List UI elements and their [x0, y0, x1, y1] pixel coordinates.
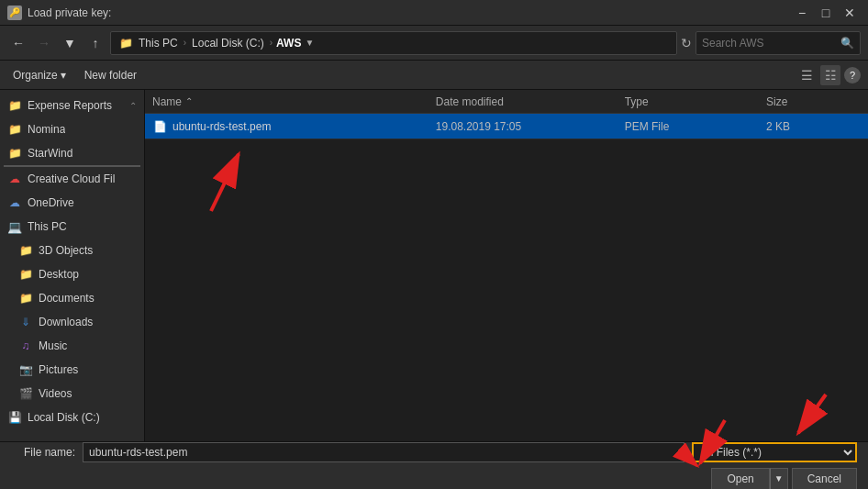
- sidebar-item-music[interactable]: ♫ Music: [0, 334, 144, 358]
- sidebar-label: Local Disk (C:): [28, 411, 100, 424]
- folder-icon: 📁: [7, 122, 22, 137]
- column-size[interactable]: Size: [766, 95, 861, 108]
- main-area: 📁 Expense Reports ⌃ 📁 Nomina 📁 StarWind …: [0, 90, 868, 441]
- search-box: 🔍: [696, 31, 861, 55]
- sidebar-label: This PC: [28, 220, 67, 233]
- file-name-cell: 📄 ubuntu-rds-test.pem: [152, 119, 436, 134]
- sidebar-item-videos[interactable]: 🎬 Videos: [0, 382, 144, 406]
- filename-label: File name:: [11, 446, 75, 459]
- sidebar-label: Videos: [39, 387, 72, 400]
- sidebar-item-creative-cloud[interactable]: ☁ Creative Cloud Fil: [0, 167, 144, 191]
- folder-icon: 📁: [7, 98, 22, 113]
- sidebar: 📁 Expense Reports ⌃ 📁 Nomina 📁 StarWind …: [0, 90, 145, 441]
- open-dropdown-button[interactable]: ▼: [770, 468, 788, 490]
- organize-dropdown-icon: ▾: [61, 69, 66, 82]
- filename-input[interactable]: [83, 442, 684, 462]
- file-date: 19.08.2019 17:05: [436, 120, 625, 133]
- open-button[interactable]: Open: [711, 468, 769, 490]
- disk-icon: 💾: [7, 410, 22, 425]
- sidebar-item-documents[interactable]: 📁 Documents: [0, 286, 144, 310]
- downloads-icon: ⇓: [18, 315, 33, 329]
- file-icon: 📄: [152, 119, 167, 134]
- expand-icon: ⌃: [129, 101, 137, 111]
- file-name: ubuntu-rds-test.pem: [172, 120, 271, 133]
- sidebar-item-pictures[interactable]: 📷 Pictures: [0, 358, 144, 382]
- bottom-bar: File name: All Files (*.*) PEM Files (*.…: [0, 441, 868, 489]
- pictures-icon: 📷: [18, 362, 33, 377]
- documents-icon: 📁: [18, 291, 33, 306]
- sidebar-label: Expense Reports: [28, 99, 112, 112]
- toolbar: ← → ▼ ↑ 📁 This PC › Local Disk (C:) › AW…: [0, 26, 868, 61]
- refresh-button[interactable]: ↻: [681, 36, 692, 50]
- minimize-button[interactable]: −: [791, 4, 813, 22]
- file-type: PEM File: [625, 120, 766, 133]
- dialog-title: Load private key:: [28, 6, 111, 19]
- column-type[interactable]: Type: [625, 95, 766, 108]
- app-icon: 🔑: [7, 6, 22, 20]
- search-input[interactable]: [702, 37, 837, 50]
- view-details-button[interactable]: ☷: [820, 65, 840, 85]
- sidebar-item-onedrive[interactable]: ☁ OneDrive: [0, 191, 144, 215]
- new-folder-button[interactable]: New folder: [79, 65, 142, 85]
- column-name[interactable]: Name ⌃: [152, 95, 436, 108]
- file-list-header: Name ⌃ Date modified Type Size: [145, 90, 868, 114]
- filetype-select[interactable]: All Files (*.*) PEM Files (*.pem) Key Fi…: [692, 442, 857, 462]
- filename-row: File name: All Files (*.*) PEM Files (*.…: [11, 442, 857, 462]
- sidebar-item-local-disk[interactable]: 💾 Local Disk (C:): [0, 406, 144, 429]
- sidebar-label: StarWind: [28, 147, 72, 160]
- maximize-button[interactable]: □: [815, 4, 837, 22]
- pc-icon: 💻: [7, 219, 22, 234]
- sidebar-label: Desktop: [39, 268, 79, 281]
- sidebar-label: OneDrive: [28, 196, 74, 209]
- sidebar-item-nomina[interactable]: 📁 Nomina: [0, 117, 144, 141]
- sidebar-item-desktop[interactable]: 📁 Desktop: [0, 262, 144, 286]
- table-row[interactable]: 📄 ubuntu-rds-test.pem 19.08.2019 17:05 P…: [145, 114, 868, 139]
- sidebar-item-expense-reports[interactable]: 📁 Expense Reports ⌃: [0, 94, 144, 117]
- title-bar: 🔑 Load private key: − □ ✕: [0, 0, 868, 26]
- music-icon: ♫: [18, 339, 33, 353]
- folder-icon: 📁: [7, 146, 22, 161]
- dropdown-button[interactable]: ▼: [59, 32, 81, 54]
- address-dropdown-button[interactable]: ▼: [305, 38, 314, 48]
- onedrive-icon: ☁: [7, 195, 22, 210]
- sidebar-label: Downloads: [39, 316, 93, 328]
- open-button-group: Open ▼: [711, 468, 787, 490]
- column-date[interactable]: Date modified: [436, 95, 625, 108]
- sidebar-label: Pictures: [39, 363, 78, 376]
- search-icon: 🔍: [840, 37, 854, 50]
- file-list: Name ⌃ Date modified Type Size 📄 ubuntu-…: [145, 90, 868, 441]
- breadcrumb-aws[interactable]: AWS: [276, 37, 301, 50]
- folder-icon: 📁: [18, 267, 33, 282]
- sidebar-label: Nomina: [28, 123, 65, 136]
- sidebar-item-downloads[interactable]: ⇓ Downloads: [0, 310, 144, 334]
- breadcrumb-this-pc[interactable]: This PC: [137, 37, 180, 50]
- sidebar-label: 3D Objects: [39, 244, 93, 257]
- sidebar-label: Music: [39, 339, 67, 352]
- folder-icon: 📁: [118, 36, 133, 50]
- breadcrumb-local-disk[interactable]: Local Disk (C:): [190, 37, 266, 50]
- videos-icon: 🎬: [18, 386, 33, 401]
- address-bar: 📁 This PC › Local Disk (C:) › AWS ▼: [110, 31, 677, 55]
- sidebar-label: Creative Cloud Fil: [28, 172, 115, 185]
- sidebar-item-this-pc[interactable]: 💻 This PC: [0, 215, 144, 239]
- help-button[interactable]: ?: [844, 67, 861, 83]
- sidebar-item-3d-objects[interactable]: 📁 3D Objects: [0, 239, 144, 262]
- cancel-button[interactable]: Cancel: [792, 468, 857, 490]
- cloud-icon: ☁: [7, 172, 22, 186]
- sidebar-item-starwind[interactable]: 📁 StarWind: [0, 141, 144, 165]
- organize-button[interactable]: Organize ▾: [7, 65, 72, 85]
- view-toggle-button[interactable]: ☰: [796, 65, 817, 85]
- view-controls: ☰ ☷ ?: [796, 65, 861, 85]
- folder-icon: 📁: [18, 243, 33, 258]
- close-button[interactable]: ✕: [839, 4, 861, 22]
- forward-button[interactable]: →: [33, 32, 55, 54]
- up-button[interactable]: ↑: [84, 32, 106, 54]
- sidebar-label: Documents: [39, 292, 95, 305]
- file-size: 2 KB: [766, 120, 861, 133]
- sort-arrow: ⌃: [185, 96, 193, 106]
- organize-bar: Organize ▾ New folder ☰ ☷ ?: [0, 61, 868, 90]
- organize-label: Organize: [13, 69, 58, 82]
- window-controls: − □ ✕: [791, 4, 861, 22]
- action-row: Open ▼ Cancel: [11, 468, 857, 490]
- back-button[interactable]: ←: [7, 32, 29, 54]
